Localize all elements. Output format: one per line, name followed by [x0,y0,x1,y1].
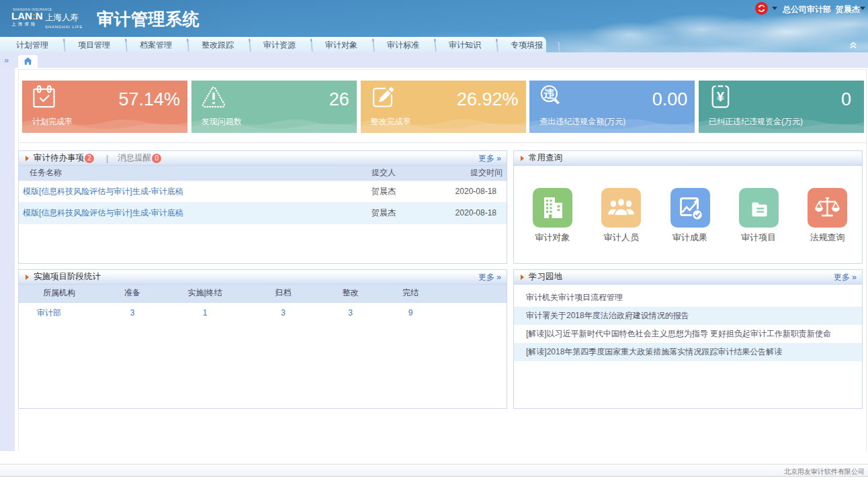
svg-text:违: 违 [544,87,555,99]
svg-text:¥: ¥ [717,89,725,103]
